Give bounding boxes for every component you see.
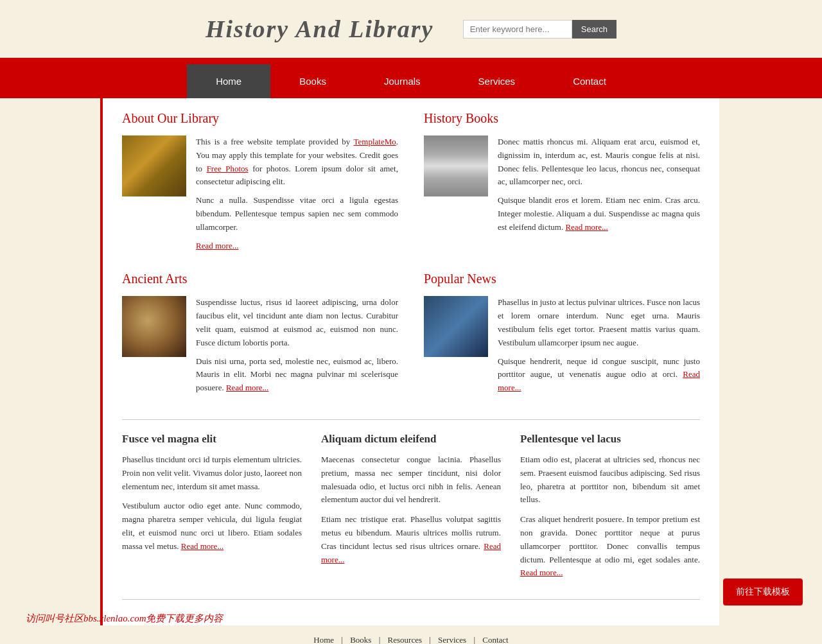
about-section: About Our Library This is a free website… [122, 111, 398, 259]
news-title: Popular News [424, 272, 700, 286]
middle-two-col: Ancient Arts Suspendisse luctus, risus i… [122, 272, 700, 406]
col1-read-more[interactable]: Read more... [181, 541, 223, 551]
history-para1: Donec mattis rhoncus mi. Aliquam erat ar… [498, 135, 700, 189]
nav-journals[interactable]: Journals [355, 64, 450, 98]
news-section: Popular News Phasellus in justo at lectu… [424, 272, 700, 406]
about-para2: Nunc a nulla. Suspendisse vitae orci a l… [196, 194, 398, 234]
watermark: 访问叫号社区bbs.xlenlao.com免费下载更多内容 [26, 613, 223, 625]
col1-title: Fusce vel magna elit [122, 433, 302, 446]
about-text: This is a free website template provided… [196, 135, 398, 252]
side-left [0, 98, 103, 625]
bottom-col2: Aliquam dictum eleifend Maecenas consect… [321, 433, 501, 586]
bottom-col1: Fusce vel magna elit Phasellus tincidunt… [122, 433, 302, 586]
download-button[interactable]: 前往下载模板 [723, 579, 803, 605]
side-right [719, 98, 822, 625]
search-input[interactable] [463, 20, 572, 39]
footer-services[interactable]: Services [438, 635, 466, 644]
free-photos-link[interactable]: Free Photos [207, 164, 249, 173]
about-para1: This is a free website template provided… [196, 135, 398, 189]
templatemo-link[interactable]: TemplateMo [354, 137, 396, 146]
history-content: Donec mattis rhoncus mi. Aliquam erat ar… [424, 135, 700, 239]
news-content: Phasellus in justo at lectus pulvinar ul… [424, 296, 700, 400]
col1-para2: Vestibulum auctor odio eget ante. Nunc c… [122, 500, 302, 553]
col3-title: Pellentesque vel lacus [520, 433, 700, 446]
top-two-col: About Our Library This is a free website… [122, 111, 700, 259]
ancient-read-more[interactable]: Read more... [226, 383, 268, 392]
col3-para2: Cras aliquet hendrerit posuere. In tempo… [520, 513, 700, 580]
main-nav: Home Books Journals Services Contact [0, 64, 822, 98]
search-button[interactable]: Search [572, 20, 616, 39]
bottom-col3: Pellentesque vel lacus Etiam odio est, p… [520, 433, 700, 586]
ancient-image [122, 296, 186, 357]
history-read-more[interactable]: Read more... [565, 222, 608, 232]
news-para1: Phasellus in justo at lectus pulvinar ul… [498, 296, 700, 349]
history-image [424, 135, 488, 196]
footer-contact[interactable]: Contact [482, 635, 508, 644]
about-content: This is a free website template provided… [122, 135, 398, 252]
tech-image-placeholder [424, 296, 488, 357]
outer-wrapper: About Our Library This is a free website… [0, 98, 822, 625]
about-title: About Our Library [122, 111, 398, 126]
col1-para1: Phasellus tincidunt orci id turpis eleme… [122, 453, 302, 493]
ancient-text: Suspendisse luctus, risus id laoreet adi… [196, 296, 398, 400]
bottom-three-col: Fusce vel magna elit Phasellus tincidunt… [122, 433, 700, 586]
history-text: Donec mattis rhoncus mi. Aliquam erat ar… [498, 135, 700, 239]
history-title: History Books [424, 111, 700, 126]
footer-resources[interactable]: Resources [388, 635, 422, 644]
col3-read-more[interactable]: Read more... [520, 568, 563, 577]
nav-services[interactable]: Services [450, 64, 545, 98]
news-para2: Quisque hendrerit, neque id congue susci… [498, 355, 700, 395]
footer-books[interactable]: Books [350, 635, 371, 644]
ancient-para1: Suspendisse luctus, risus id laoreet adi… [196, 296, 398, 349]
main-content: About Our Library This is a free website… [103, 98, 719, 625]
col3-para1: Etiam odio est, placerat at ultricies se… [520, 453, 700, 507]
nav-home[interactable]: Home [187, 64, 270, 98]
history-section: History Books Donec mattis rhoncus mi. A… [424, 111, 700, 259]
about-read-more[interactable]: Read more... [196, 241, 238, 250]
ancient-section: Ancient Arts Suspendisse luctus, risus i… [122, 272, 398, 406]
news-image [424, 296, 488, 357]
bottom-divider [122, 599, 700, 600]
footer: Home | Books | Resources | Services | Co… [0, 625, 822, 644]
col2-para2: Etiam nec tristique erat. Phasellus volu… [321, 513, 501, 566]
about-image [122, 135, 186, 196]
site-title: History And Library [206, 15, 433, 43]
news-text: Phasellus in justo at lectus pulvinar ul… [498, 296, 700, 400]
ancient-content: Suspendisse luctus, risus id laoreet adi… [122, 296, 398, 400]
nav-contact[interactable]: Contact [544, 64, 635, 98]
history-para2: Quisque blandit eros et lorem. Etiam nec… [498, 194, 700, 234]
ancient-para2: Duis nisi urna, porta sed, molestie nec,… [196, 355, 398, 395]
book-image-placeholder [122, 135, 186, 196]
artifact-image-placeholder [122, 296, 186, 357]
search-box: Search [463, 20, 616, 39]
nav-books[interactable]: Books [270, 64, 355, 98]
red-accent-bar [0, 58, 822, 64]
section-divider [122, 419, 700, 420]
col2-title: Aliquam dictum eleifend [321, 433, 501, 446]
open-book-image-placeholder [424, 135, 488, 196]
ancient-title: Ancient Arts [122, 272, 398, 286]
col2-para1: Maecenas consectetur congue lacinia. Pha… [321, 453, 501, 507]
footer-home[interactable]: Home [313, 635, 334, 644]
